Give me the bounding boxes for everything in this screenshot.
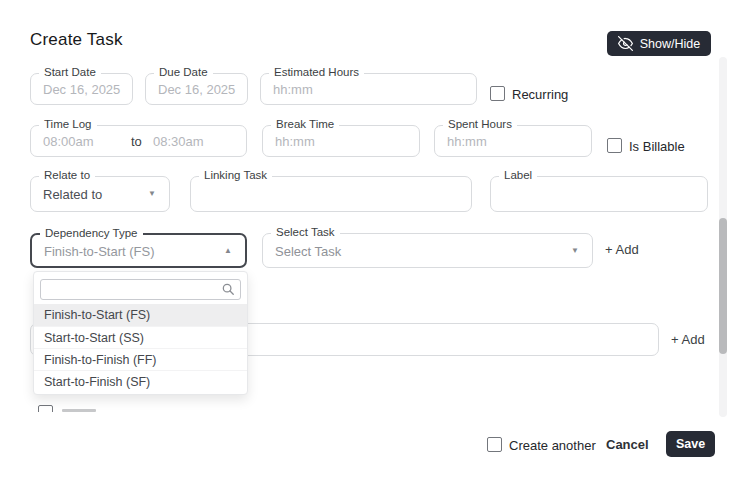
spent-hours-label: Spent Hours — [443, 118, 517, 130]
create-another-label: Create another — [509, 438, 596, 453]
time-log-start-value: 08:00am — [43, 134, 94, 149]
clipped-form-row — [36, 403, 166, 412]
start-date-value: Dec 16, 2025 — [43, 82, 120, 97]
due-date-label: Due Date — [154, 66, 213, 78]
dependency-type-label: Dependency Type — [40, 227, 143, 239]
chevron-down-icon: ▼ — [571, 247, 579, 255]
due-date-field[interactable]: Due Date Dec 16, 2025 — [145, 73, 248, 105]
dropdown-option-finish-to-finish[interactable]: Finish-to-Finish (FF) — [34, 348, 247, 370]
estimated-hours-value: hh:mm — [273, 82, 313, 97]
relate-to-label: Relate to — [39, 169, 95, 181]
break-time-field[interactable]: Break Time hh:mm — [262, 125, 420, 157]
show-hide-button[interactable]: Show/Hide — [607, 31, 711, 56]
chevron-up-icon: ▲ — [224, 247, 232, 255]
save-button[interactable]: Save — [666, 431, 715, 457]
is-billable-checkbox[interactable] — [607, 138, 622, 153]
search-icon — [221, 282, 235, 296]
add-row-button[interactable]: + Add — [671, 332, 705, 347]
spent-hours-value: hh:mm — [447, 134, 487, 149]
linking-task-label: Linking Task — [199, 169, 272, 181]
start-date-label: Start Date — [39, 66, 101, 78]
spent-hours-field[interactable]: Spent Hours hh:mm — [434, 125, 592, 157]
clipped-checkbox[interactable] — [38, 405, 53, 412]
time-log-separator: to — [131, 134, 142, 149]
dependency-type-dropdown-panel: Finish-to-Start (FS) Start-to-Start (SS)… — [33, 271, 248, 395]
chevron-down-icon: ▼ — [148, 190, 156, 198]
label-field-label: Label — [499, 169, 537, 181]
scrollbar-track[interactable] — [719, 57, 727, 417]
add-dependency-button[interactable]: + Add — [605, 242, 639, 257]
dependency-type-select[interactable]: Dependency Type Finish-to-Start (FS) ▲ — [30, 233, 247, 268]
label-field[interactable]: Label — [490, 176, 708, 212]
time-log-end-value: 08:30am — [153, 134, 204, 149]
break-time-label: Break Time — [271, 118, 339, 130]
relate-to-select[interactable]: Relate to Related to ▼ — [30, 176, 170, 212]
page-title: Create Task — [30, 30, 123, 50]
recurring-checkbox[interactable] — [490, 86, 505, 101]
eye-off-icon — [618, 36, 633, 51]
clipped-text — [62, 409, 96, 412]
dropdown-search — [40, 279, 241, 300]
scrollbar-thumb[interactable] — [719, 218, 727, 354]
create-task-modal: Create Task Show/Hide Start Date Dec 16,… — [0, 0, 750, 493]
cancel-button[interactable]: Cancel — [606, 437, 649, 452]
break-time-value: hh:mm — [275, 134, 315, 149]
select-task-value: Select Task — [275, 243, 341, 258]
relate-to-value: Related to — [43, 187, 102, 202]
dropdown-option-start-to-finish[interactable]: Start-to-Finish (SF) — [34, 370, 247, 392]
recurring-label: Recurring — [512, 87, 568, 102]
estimated-hours-field[interactable]: Estimated Hours hh:mm — [260, 73, 477, 105]
linking-task-field[interactable]: Linking Task — [190, 176, 472, 212]
dropdown-search-input[interactable] — [40, 279, 241, 300]
due-date-value: Dec 16, 2025 — [158, 82, 235, 97]
create-another-checkbox[interactable] — [487, 437, 502, 452]
select-task-label: Select Task — [271, 226, 340, 238]
select-task-select[interactable]: Select Task Select Task ▼ — [262, 233, 593, 268]
is-billable-label: Is Billable — [629, 139, 685, 154]
dependency-type-value: Finish-to-Start (FS) — [44, 243, 155, 258]
start-date-field[interactable]: Start Date Dec 16, 2025 — [30, 73, 133, 105]
time-log-field[interactable]: Time Log 08:00am to 08:30am — [30, 125, 247, 157]
estimated-hours-label: Estimated Hours — [269, 66, 364, 78]
dropdown-option-start-to-start[interactable]: Start-to-Start (SS) — [34, 326, 247, 348]
dropdown-option-finish-to-start[interactable]: Finish-to-Start (FS) — [34, 304, 247, 326]
show-hide-label: Show/Hide — [640, 37, 700, 51]
time-log-label: Time Log — [39, 118, 97, 130]
